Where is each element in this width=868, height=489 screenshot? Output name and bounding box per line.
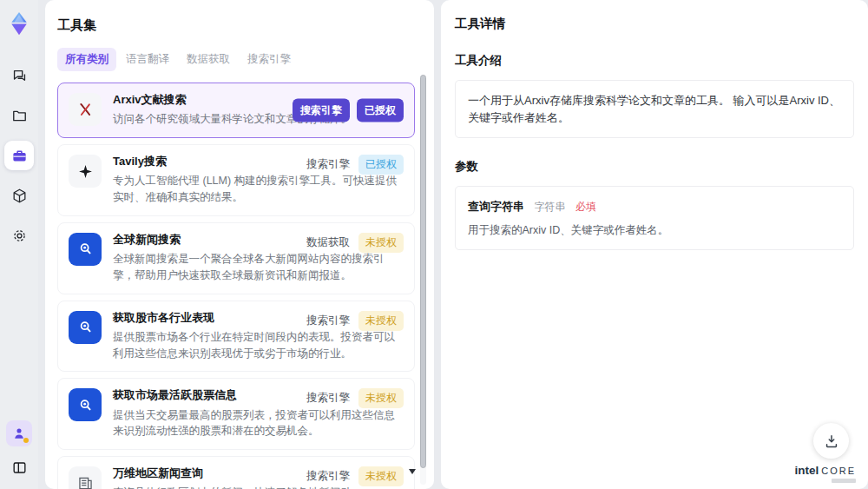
tab-数据获取[interactable]: 数据获取	[179, 48, 238, 71]
category-badge: 搜索引擎	[306, 314, 350, 328]
tool-card[interactable]: 万维地区新闻查询查询具体行政区划内的新闻，快速了解各地新闻动搜索引擎未授权	[57, 456, 415, 489]
tool-card-list: Arxiv文献搜索访问各个研究领域大量科学论文和文章的存储库。搜索引擎已授权Ta…	[57, 83, 415, 489]
intel-core-logo: intel core	[794, 464, 856, 477]
tab-搜索引擎[interactable]: 搜索引擎	[240, 48, 299, 71]
tab-所有类别[interactable]: 所有类别	[57, 48, 116, 71]
search-globe-icon	[69, 388, 102, 421]
auth-status-badge: 未授权	[358, 233, 404, 253]
page-title: 工具集	[57, 17, 415, 34]
parameter-description: 用于搜索的Arxiv ID、关键字或作者姓名。	[468, 223, 841, 238]
tool-card[interactable]: Arxiv文献搜索访问各个研究领域大量科学论文和文章的存储库。搜索引擎已授权	[57, 83, 415, 138]
tool-description: 全球新闻搜索是一个聚合全球各大新闻网站内容的搜索引擎，帮助用户快速获取全球最新资…	[113, 251, 404, 284]
user-avatar-button[interactable]	[6, 420, 32, 446]
tool-description: 提供当天交易量最高的股票列表，投资者可以利用这些信息来识别流动性强的股票和潜在的…	[113, 407, 404, 440]
parameter-name: 查询字符串	[468, 200, 524, 213]
briefcase-icon	[11, 148, 28, 164]
panel-toggle-icon	[11, 459, 28, 476]
scrollbar-thumb[interactable]	[420, 75, 426, 468]
arxiv-icon	[69, 93, 102, 126]
category-tabs: 所有类别语言翻译数据获取搜索引擎	[57, 48, 415, 71]
intro-heading: 工具介绍	[455, 53, 854, 69]
tab-语言翻译[interactable]: 语言翻译	[118, 48, 177, 71]
tool-intro-text: 一个用于从Arxiv存储库搜索科学论文和文章的工具。 输入可以是Arxiv ID…	[455, 80, 854, 138]
category-badge: 数据获取	[306, 235, 350, 250]
auth-status-badge: 未授权	[358, 388, 404, 408]
panel-toggle-button[interactable]	[6, 454, 32, 480]
tool-description: 专为人工智能代理 (LLM) 构建的搜索引擎工具。可快速提供实时、准确和真实的结…	[113, 173, 404, 206]
intel-logo-sub: core	[821, 466, 856, 476]
download-button[interactable]	[813, 423, 849, 459]
gear-icon	[11, 228, 28, 244]
newspaper-icon	[69, 466, 102, 489]
download-icon	[823, 433, 840, 450]
parameter-type: 字符串	[534, 201, 565, 213]
category-badge: 搜索引擎	[306, 469, 350, 484]
params-heading: 参数	[455, 159, 854, 175]
details-title: 工具详情	[455, 16, 854, 32]
tools-panel: 工具集 所有类别语言翻译数据获取搜索引擎 Arxiv文献搜索访问各个研究领域大量…	[45, 0, 434, 489]
auth-status-badge: 未授权	[358, 311, 404, 331]
tool-badges: 数据获取未授权	[306, 233, 404, 253]
tool-badges: 搜索引擎已授权	[306, 155, 404, 175]
star-icon	[69, 155, 102, 188]
tool-card[interactable]: Tavily搜索专为人工智能代理 (LLM) 构建的搜索引擎工具。可快速提供实时…	[57, 144, 415, 216]
category-badge: 搜索引擎	[293, 99, 350, 122]
app-logo-icon	[6, 10, 32, 36]
sidebar-item-folder[interactable]	[4, 101, 34, 130]
tool-badges: 搜索引擎未授权	[306, 311, 404, 331]
sidebar-nav	[4, 61, 34, 261]
sidebar-item-gear[interactable]	[4, 221, 34, 250]
status-dot	[23, 438, 29, 443]
tool-card[interactable]: 获取市场最活跃股票信息提供当天交易量最高的股票列表，投资者可以利用这些信息来识别…	[57, 378, 415, 450]
tool-card[interactable]: 全球新闻搜索全球新闻搜索是一个聚合全球各大新闻网站内容的搜索引擎，帮助用户快速获…	[57, 222, 415, 294]
scroll-down-caret	[409, 469, 416, 474]
category-badge: 搜索引擎	[306, 391, 350, 406]
tool-details-panel: 工具详情 工具介绍 一个用于从Arxiv存储库搜索科学论文和文章的工具。 输入可…	[441, 0, 868, 489]
parameter-header: 查询字符串 字符串 必填	[468, 198, 841, 215]
search-globe-icon	[69, 311, 102, 344]
list-scrollbar[interactable]	[420, 75, 426, 485]
category-badge: 搜索引擎	[306, 157, 350, 172]
left-sidebar	[0, 0, 38, 489]
chat-icon	[11, 68, 28, 84]
tool-badges: 搜索引擎未授权	[306, 388, 404, 408]
sidebar-item-briefcase[interactable]	[4, 141, 34, 170]
parameter-card: 查询字符串 字符串 必填 用于搜索的Arxiv ID、关键字或作者姓名。	[455, 186, 854, 250]
sidebar-bottom	[6, 420, 32, 480]
auth-status-badge: 已授权	[357, 99, 404, 122]
tool-badges: 搜索引擎未授权	[306, 466, 404, 486]
intel-logo-bar	[832, 479, 856, 483]
auth-status-badge: 已授权	[358, 155, 404, 175]
tool-card[interactable]: 获取股市各行业表现提供股票市场各个行业在特定时间段内的表现。投资者可以利用这些信…	[57, 301, 415, 373]
sidebar-item-cube[interactable]	[4, 181, 34, 210]
tool-description: 提供股票市场各个行业在特定时间段内的表现。投资者可以利用这些信息来识别表现优于或…	[113, 329, 404, 362]
search-globe-icon	[69, 233, 102, 266]
folder-icon	[11, 108, 28, 124]
cube-icon	[11, 188, 28, 204]
auth-status-badge: 未授权	[358, 466, 404, 486]
tool-badges: 搜索引擎已授权	[293, 99, 404, 122]
parameter-required-badge: 必填	[575, 201, 596, 213]
intel-logo-name: intel	[794, 464, 819, 477]
sidebar-item-chat[interactable]	[4, 61, 34, 90]
